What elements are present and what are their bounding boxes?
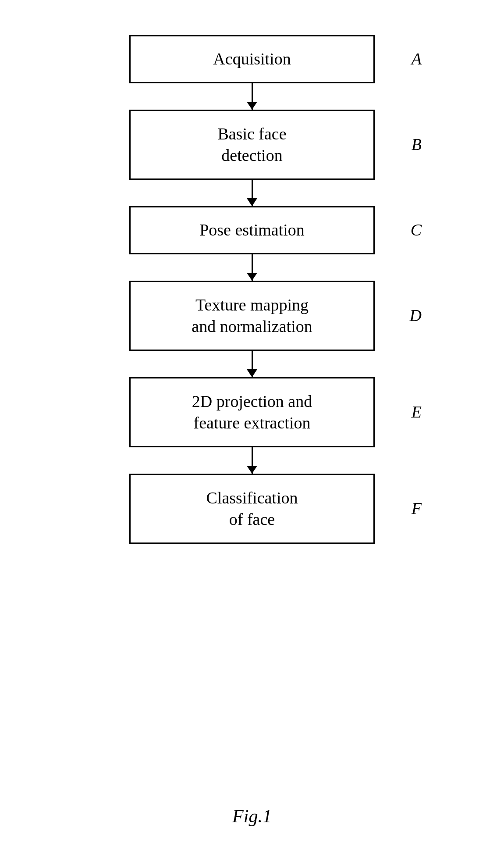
arrow-5 bbox=[252, 447, 253, 474]
arrow-1 bbox=[252, 83, 253, 110]
box-acquisition-label: Acquisition bbox=[213, 48, 291, 70]
box-classification: Classificationof face F bbox=[129, 474, 375, 544]
box-classification-label: Classificationof face bbox=[206, 487, 298, 531]
box-texture-mapping-label: Texture mappingand normalization bbox=[192, 294, 312, 338]
arrow-2 bbox=[252, 180, 253, 206]
box-basic-face-detection: Basic facedetection B bbox=[129, 110, 375, 180]
label-a: A bbox=[412, 48, 422, 70]
flowchart: Acquisition A Basic facedetection B Pose… bbox=[121, 35, 383, 544]
box-pose-estimation-label: Pose estimation bbox=[199, 219, 305, 241]
label-d: D bbox=[410, 305, 422, 326]
box-basic-face-detection-label: Basic facedetection bbox=[217, 123, 286, 167]
label-c: C bbox=[411, 219, 422, 241]
label-f: F bbox=[412, 498, 422, 519]
label-b: B bbox=[412, 134, 422, 155]
box-acquisition: Acquisition A bbox=[129, 35, 375, 83]
box-2d-projection-label: 2D projection andfeature extraction bbox=[192, 391, 312, 434]
arrow-3 bbox=[252, 254, 253, 281]
arrow-4 bbox=[252, 351, 253, 377]
box-pose-estimation: Pose estimation C bbox=[129, 206, 375, 254]
figure-label: Fig.1 bbox=[232, 806, 272, 827]
diagram-container: Acquisition A Basic facedetection B Pose… bbox=[0, 0, 504, 853]
box-2d-projection: 2D projection andfeature extraction E bbox=[129, 377, 375, 447]
box-texture-mapping: Texture mappingand normalization D bbox=[129, 281, 375, 351]
label-e: E bbox=[412, 401, 422, 423]
